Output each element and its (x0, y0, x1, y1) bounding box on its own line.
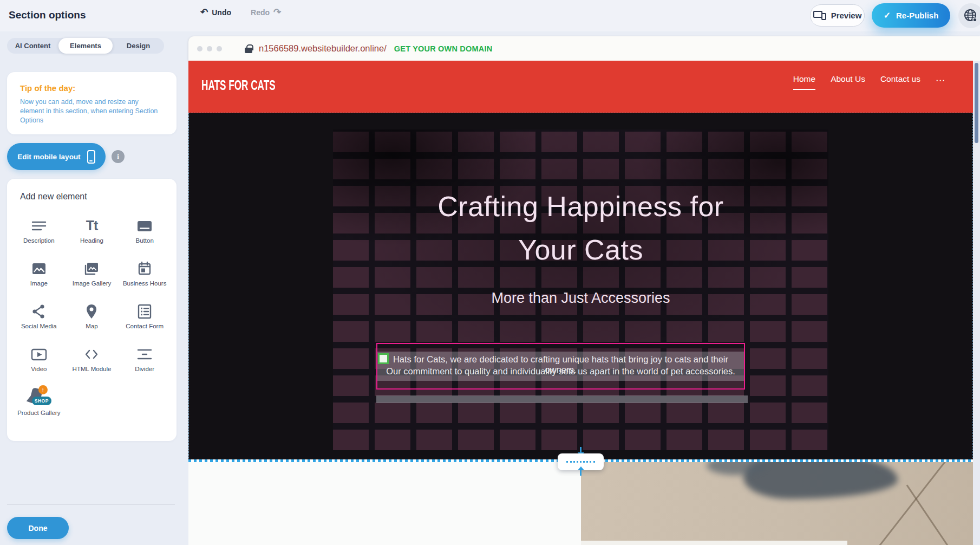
site-nav: Home About Us Contact us ⋯ (793, 74, 945, 90)
heading-icon: Tt (82, 217, 101, 235)
nav-about-us[interactable]: About Us (831, 74, 865, 89)
image-icon (30, 259, 48, 278)
description-icon (30, 217, 48, 235)
sidebar-divider (7, 504, 175, 504)
add-element-image[interactable]: Image (12, 256, 66, 297)
done-button[interactable]: Done (7, 517, 69, 539)
element-label: Heading (69, 237, 114, 245)
tab-design[interactable]: Design (113, 38, 164, 54)
selected-text-element[interactable]: Hats for Cats, we are dedicated to craft… (376, 343, 745, 390)
html-module-icon (82, 345, 101, 364)
devices-icon (813, 11, 826, 20)
add-element-video[interactable]: Video (12, 342, 66, 382)
add-element-image-gallery[interactable]: Image Gallery (66, 256, 119, 297)
preview-button[interactable]: Preview (810, 4, 865, 27)
shop-badge: SHOP (32, 397, 51, 405)
site-logo[interactable]: HATS FOR CATS (201, 77, 276, 94)
image-gallery-icon (82, 259, 101, 278)
add-element-html-module[interactable]: HTML Module (66, 342, 119, 382)
sidebar-tabs: AI Content Elements Design (7, 38, 164, 54)
add-element-business-hours[interactable]: Business Hours (118, 256, 171, 297)
tab-ai-content[interactable]: AI Content (7, 38, 58, 54)
republish-button[interactable]: ✓ Re-Publish (872, 3, 950, 28)
add-element-divider[interactable]: Divider (118, 342, 171, 382)
add-element-title: Add new element (20, 192, 171, 202)
topbar-actions: Preview ✓ Re-Publish (753, 0, 980, 31)
undo-redo-group: ↶ Undo Redo ↷ (200, 8, 281, 17)
tip-title: Tip of the day: (20, 83, 164, 93)
globe-icon (963, 8, 978, 23)
add-element-button[interactable]: Button (118, 213, 171, 254)
element-label: Description (16, 237, 62, 245)
element-label: Social Media (16, 323, 62, 330)
info-button[interactable]: i (112, 150, 125, 163)
add-new-element-card: Add new element Description Tt Heading (7, 179, 177, 441)
hero-subheading[interactable]: More than Just Accessories (189, 290, 972, 307)
photo-bottom-band (581, 541, 847, 545)
tip-body: Now you can add, move and resize any ele… (20, 98, 162, 125)
nav-contact-us[interactable]: Contact us (880, 74, 920, 89)
element-label: Video (16, 366, 62, 373)
topbar: Section options ↶ Undo Redo ↷ Preview ✓ … (0, 0, 980, 31)
hero-heading-line1[interactable]: Crafting Happiness for (189, 190, 972, 223)
business-hours-icon (135, 259, 154, 278)
hero-paragraph-line2: Our commitment to quality and individual… (377, 366, 744, 377)
app-root: Section options ↶ Undo Redo ↷ Preview ✓ … (0, 0, 980, 545)
get-domain-link[interactable]: GET YOUR OWN DOMAIN (394, 44, 493, 53)
element-label: Map (69, 323, 114, 330)
drop-indicator-strip (376, 395, 748, 403)
nav-home[interactable]: Home (793, 74, 815, 90)
section-resize-handle[interactable] (558, 445, 604, 478)
element-label: Divider (122, 366, 167, 373)
site-header: HATS FOR CATS Home About Us Contact us ⋯ (188, 61, 973, 113)
undo-label: Undo (212, 8, 231, 17)
edit-mobile-layout-button[interactable]: Edit mobile layout (7, 143, 106, 170)
tile-grout-line (906, 485, 959, 545)
edit-mobile-layout-label: Edit mobile layout (17, 153, 80, 161)
undo-icon: ↶ (200, 8, 208, 17)
cat-shadow (743, 461, 898, 499)
republish-label: Re-Publish (896, 11, 938, 20)
page-title: Section options (9, 9, 86, 21)
upgrade-badge-icon: ↑ (38, 385, 48, 394)
divider-icon (135, 345, 154, 364)
next-section-photo (581, 461, 973, 545)
add-element-heading[interactable]: Tt Heading (66, 213, 119, 254)
social-media-icon (30, 302, 48, 321)
hero-heading-line2[interactable]: Your Cats (189, 233, 972, 266)
element-label: Image (16, 280, 62, 288)
site-url: n1566589.websitebuilder.online/ (259, 43, 387, 54)
add-element-description[interactable]: Description (12, 213, 66, 254)
add-element-product-gallery[interactable]: ↑ SHOP Product Gallery (12, 385, 66, 425)
redo-label: Redo (251, 8, 270, 17)
language-globe-button[interactable] (958, 3, 980, 28)
resize-dotted-line (566, 461, 595, 463)
redo-icon: ↷ (273, 8, 281, 17)
add-element-social-media[interactable]: Social Media (12, 299, 66, 340)
product-gallery-icon: ↑ SHOP (24, 388, 54, 407)
preview-scrollbar-track[interactable] (973, 61, 980, 545)
element-label: Product Gallery (16, 410, 62, 417)
nav-more-icon[interactable]: ⋯ (936, 74, 945, 86)
element-label: Contact Form (122, 323, 167, 330)
tab-elements[interactable]: Elements (58, 38, 113, 54)
button-icon (135, 217, 154, 235)
check-icon: ✓ (884, 10, 891, 21)
browser-address-bar: n1566589.websitebuilder.online/ GET YOUR… (188, 36, 980, 61)
tip-of-the-day-card: Tip of the day: Now you can add, move an… (7, 72, 177, 134)
mobile-phone-icon (87, 150, 95, 164)
browser-window-dots (197, 46, 222, 51)
video-icon (30, 345, 48, 364)
lock-icon (245, 44, 252, 53)
element-grid: Description Tt Heading Button (12, 213, 171, 425)
element-label: Business Hours (122, 280, 167, 288)
preview-label: Preview (831, 11, 862, 20)
hero-section[interactable]: Crafting Happiness for Your Cats More th… (188, 113, 973, 461)
add-element-contact-form[interactable]: Contact Form (118, 299, 171, 340)
redo-button[interactable]: Redo ↷ (251, 8, 281, 17)
undo-button[interactable]: ↶ Undo (200, 8, 231, 17)
map-icon (82, 302, 101, 321)
element-label: Button (122, 237, 167, 245)
preview-scrollbar-thumb[interactable] (975, 63, 978, 143)
add-element-map[interactable]: Map (66, 299, 119, 340)
